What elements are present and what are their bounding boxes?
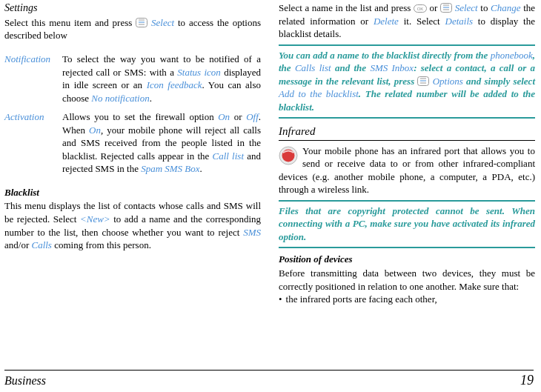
text: Add to the blacklist — [279, 88, 359, 99]
page-footer: Business 19 — [0, 370, 541, 389]
text: coming from this person. — [52, 239, 151, 250]
blacklist-tip: You can add a name to the blacklist dire… — [279, 49, 535, 114]
text: Spam SMS Box — [141, 163, 199, 174]
settings-intro: Select this menu item and press Select t… — [4, 16, 261, 42]
text: and/or — [4, 239, 31, 250]
text: Select — [455, 2, 478, 13]
text: phonebook — [491, 50, 533, 61]
softkey-icon — [440, 3, 452, 13]
position-body: Before transmitting data between two dev… — [279, 267, 535, 293]
bullet-item: • the infrared ports are facing each oth… — [279, 293, 535, 306]
text: SMS — [243, 227, 261, 238]
text: Select this menu item and press — [4, 17, 136, 28]
blacklist-body: This menu displays the list of contacts … — [4, 199, 261, 251]
text: <New> — [80, 213, 110, 225]
infrared-tip: Files that are copyright protected canno… — [279, 205, 535, 244]
definition-term: Notification — [4, 53, 62, 110]
divider — [279, 247, 535, 248]
definition-desc: To select the way you want to be notifie… — [62, 53, 261, 110]
text: Off — [246, 111, 259, 122]
divider — [279, 200, 535, 202]
infrared-body-wrap: Your mobile phone has an infrared port t… — [279, 144, 535, 196]
right-column: Select a name in the list and press OK o… — [279, 1, 535, 306]
blacklist-heading: Blacklist — [4, 186, 261, 199]
definition-row: Notification To select the way you want … — [4, 53, 261, 110]
definition-row: Activation Allows you to set the firewal… — [4, 110, 261, 182]
right-top-paragraph: Select a name in the list and press OK o… — [279, 1, 535, 41]
softkey-icon — [417, 76, 429, 86]
footer-section: Business — [4, 373, 46, 389]
left-column: Settings Select this menu item and press… — [4, 1, 261, 306]
definitions-table: Notification To select the way you want … — [4, 53, 261, 182]
text: or — [430, 2, 440, 13]
text: Change — [491, 2, 520, 13]
text: . — [150, 93, 152, 104]
svg-text:OK: OK — [417, 7, 424, 11]
definition-term: Activation — [4, 110, 62, 182]
footer-page-number: 19 — [520, 371, 534, 389]
infrared-body: Your mobile phone has an infrared port t… — [279, 145, 535, 196]
select-label: Select — [151, 17, 174, 28]
text: Calls list — [295, 62, 331, 73]
text: Call list — [213, 150, 245, 162]
settings-heading: Settings — [4, 1, 261, 16]
text: Icon feedback — [147, 79, 202, 90]
text: and the — [331, 62, 371, 73]
ok-icon: OK — [414, 4, 427, 13]
infrared-icon — [279, 146, 298, 169]
text: and simply select — [463, 76, 535, 87]
text: Status icon — [177, 67, 221, 78]
text: Options — [433, 76, 463, 87]
softkey-icon — [136, 18, 147, 27]
bullet-dot-icon: • — [279, 293, 286, 306]
text: Details — [445, 16, 474, 27]
position-heading: Position of devices — [279, 253, 535, 266]
bullet-text: the infrared ports are facing each other… — [286, 293, 437, 306]
text: You can add a name to the blacklist dire… — [279, 50, 491, 61]
text: to — [478, 2, 491, 13]
divider — [279, 44, 535, 46]
text: or — [230, 111, 246, 122]
text: . — [200, 163, 202, 174]
infrared-heading: Infrared — [279, 124, 535, 140]
text: Calls — [31, 239, 51, 250]
text: On — [218, 111, 230, 122]
text: it. Select — [399, 16, 445, 27]
text: On — [89, 124, 101, 136]
divider — [279, 117, 535, 119]
text: Delete — [374, 16, 399, 27]
text: Allows you to set the firewall option — [62, 111, 218, 122]
definition-desc: Allows you to set the firewall option On… — [62, 110, 261, 182]
text: SMS Inbox — [370, 62, 414, 73]
text: No notification — [91, 93, 149, 104]
text: Select a name in the list and press — [279, 2, 414, 13]
